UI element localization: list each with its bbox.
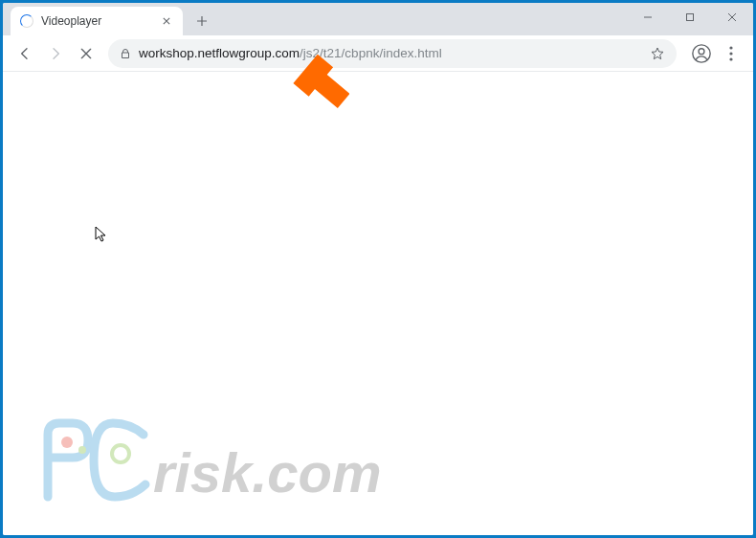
close-icon xyxy=(727,12,737,22)
lock-icon xyxy=(120,48,131,59)
plus-icon xyxy=(196,15,208,27)
arrow-icon xyxy=(282,55,349,123)
stop-icon xyxy=(78,46,94,61)
svg-point-4 xyxy=(729,52,732,55)
kebab-icon xyxy=(729,46,733,61)
svg-rect-0 xyxy=(687,14,694,21)
url-domain: workshop.netflowgroup.com xyxy=(139,46,300,60)
star-icon xyxy=(650,46,665,61)
loading-spinner-icon xyxy=(20,14,33,28)
svg-point-5 xyxy=(729,57,732,60)
profile-button[interactable] xyxy=(688,40,715,67)
address-bar[interactable]: workshop.netflowgroup.com/js2/t21/cbpnk/… xyxy=(108,39,677,68)
maximize-icon xyxy=(685,12,695,22)
maximize-button[interactable] xyxy=(669,3,711,32)
svg-marker-6 xyxy=(291,55,349,112)
svg-point-2 xyxy=(699,48,704,54)
avatar-icon xyxy=(691,43,712,64)
new-tab-button[interactable] xyxy=(189,8,215,34)
annotation-arrow xyxy=(282,55,349,127)
close-icon xyxy=(163,17,170,25)
svg-point-9 xyxy=(112,445,129,462)
watermark-text: risk.com xyxy=(153,441,382,504)
svg-point-8 xyxy=(78,446,86,454)
stop-button[interactable] xyxy=(72,39,100,68)
cursor-icon xyxy=(95,226,108,243)
mouse-cursor xyxy=(95,226,108,247)
tab-title: Videoplayer xyxy=(41,14,152,28)
pcrisk-logo: risk.com xyxy=(29,406,411,511)
tab-close-button[interactable] xyxy=(160,14,173,28)
svg-point-7 xyxy=(61,437,73,448)
menu-button[interactable] xyxy=(717,39,745,68)
tab-active[interactable]: Videoplayer xyxy=(11,7,183,35)
minimize-icon xyxy=(643,12,653,22)
minimize-button[interactable] xyxy=(627,3,669,32)
forward-button[interactable] xyxy=(41,39,70,68)
arrow-right-icon xyxy=(48,46,63,61)
svg-point-3 xyxy=(729,46,732,49)
back-button[interactable] xyxy=(11,39,39,68)
watermark: risk.com xyxy=(29,406,411,515)
arrow-left-icon xyxy=(17,46,33,61)
toolbar: workshop.netflowgroup.com/js2/t21/cbpnk/… xyxy=(3,35,753,72)
window-controls xyxy=(627,3,753,32)
window-close-button[interactable] xyxy=(711,3,753,32)
bookmark-button[interactable] xyxy=(650,46,665,61)
tab-strip: Videoplayer xyxy=(3,3,627,35)
titlebar: Videoplayer xyxy=(3,3,753,35)
url-text: workshop.netflowgroup.com/js2/t21/cbpnk/… xyxy=(139,46,642,60)
